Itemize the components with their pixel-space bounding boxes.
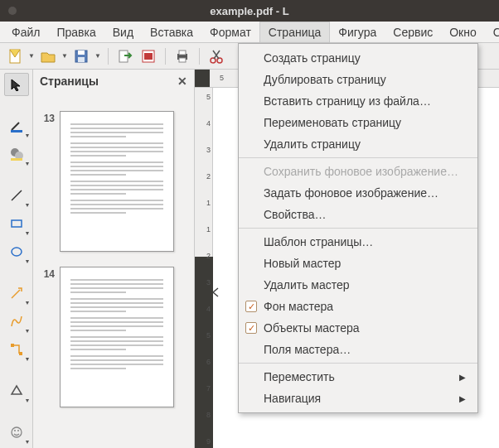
ruler-tick: 2 bbox=[206, 252, 211, 260]
menu-сервис[interactable]: Сервис bbox=[385, 22, 441, 42]
ruler-tick: 3 bbox=[206, 146, 211, 154]
svg-point-18 bbox=[12, 248, 22, 256]
thumb-row[interactable]: 14 bbox=[41, 267, 186, 407]
open-icon[interactable] bbox=[38, 46, 58, 66]
menu-файл[interactable]: Файл bbox=[3, 22, 48, 42]
thumb-number: 13 bbox=[41, 111, 60, 124]
menu-item-label: Переименовать страницу bbox=[264, 116, 401, 129]
menu-item[interactable]: Удалить страницу bbox=[239, 133, 477, 155]
menu-item[interactable]: Удалить мастер bbox=[239, 274, 477, 296]
page-thumbnail[interactable] bbox=[60, 111, 174, 252]
save-icon[interactable] bbox=[71, 46, 91, 66]
menu-item-label: Навигация bbox=[264, 392, 321, 405]
svg-rect-9 bbox=[179, 58, 186, 62]
menu-item[interactable]: Вставить страницу из файла… bbox=[239, 90, 477, 112]
menu-item-label: Фон мастера bbox=[264, 300, 333, 313]
menu-item-label: Удалить мастер bbox=[264, 278, 350, 291]
ruler-tick: 7 bbox=[206, 384, 211, 393]
dropdown-icon[interactable]: ▼ bbox=[28, 52, 35, 60]
ruler-tick: 9 bbox=[206, 437, 211, 446]
ruler-tick: 5 bbox=[206, 331, 211, 340]
close-icon[interactable]: ✕ bbox=[177, 75, 187, 88]
menu-item[interactable]: Дублировать страницу bbox=[239, 69, 477, 90]
menu-separator bbox=[239, 363, 477, 364]
menu-item[interactable]: Навигация▶ bbox=[239, 388, 477, 409]
ruler-tick: 5 bbox=[220, 74, 224, 82]
menu-item[interactable]: ✓Фон мастера bbox=[239, 296, 477, 317]
menu-item-label: Свойства… bbox=[264, 208, 326, 221]
svg-rect-20 bbox=[11, 344, 14, 347]
dropdown-icon[interactable]: ▼ bbox=[94, 52, 101, 60]
connector-tool[interactable]: ▼ bbox=[4, 338, 29, 361]
shapes-tool[interactable]: ▼ bbox=[4, 379, 29, 402]
ruler-tick: 1 bbox=[206, 199, 211, 207]
checkbox-icon: ✓ bbox=[245, 322, 257, 334]
rectangle-tool[interactable]: ▼ bbox=[4, 212, 29, 235]
submenu-arrow-icon: ▶ bbox=[459, 394, 466, 403]
menu-справка[interactable]: Справка bbox=[485, 22, 499, 42]
thumb-number: 14 bbox=[41, 267, 60, 280]
menu-item[interactable]: Новый мастер bbox=[239, 253, 477, 274]
svg-rect-2 bbox=[78, 51, 85, 55]
thumb-row[interactable]: 13 bbox=[41, 111, 186, 252]
menu-вид[interactable]: Вид bbox=[104, 22, 142, 42]
menu-item[interactable]: Задать фоновое изображение… bbox=[239, 182, 477, 204]
collapse-handle-icon[interactable] bbox=[211, 287, 220, 298]
line-tool[interactable]: ▼ bbox=[4, 184, 29, 207]
export-icon[interactable] bbox=[115, 46, 135, 66]
menu-item-label: Объекты мастера bbox=[264, 321, 360, 335]
menu-item-label: Задать фоновое изображение… bbox=[264, 186, 438, 200]
ellipse-tool[interactable]: ▼ bbox=[4, 240, 29, 263]
svg-rect-6 bbox=[144, 53, 153, 60]
svg-point-11 bbox=[217, 58, 222, 63]
menu-вставка[interactable]: Вставка bbox=[142, 22, 201, 42]
menu-item[interactable]: Создать страницу bbox=[239, 47, 477, 69]
menu-страница[interactable]: Страница bbox=[259, 22, 330, 42]
menu-item[interactable]: Переименовать страницу bbox=[239, 112, 477, 133]
menu-item-label: Поля мастера… bbox=[264, 343, 351, 356]
dropdown-icon[interactable]: ▼ bbox=[61, 52, 68, 60]
menu-item[interactable]: Поля мастера… bbox=[239, 339, 477, 360]
menu-item-label: Создать страницу bbox=[264, 51, 361, 65]
menu-фигура[interactable]: Фигура bbox=[330, 22, 385, 42]
menu-item[interactable]: ✓Объекты мастера bbox=[239, 317, 477, 339]
svg-rect-12 bbox=[11, 130, 22, 132]
svg-line-16 bbox=[12, 190, 22, 200]
menu-item-label: Сохранить фоновое изображение… bbox=[264, 165, 458, 178]
menu-правка[interactable]: Правка bbox=[48, 22, 104, 42]
ruler-tick: 1 bbox=[206, 225, 211, 234]
menu-item[interactable]: Шаблон страницы… bbox=[239, 231, 477, 253]
menu-item: Сохранить фоновое изображение… bbox=[239, 161, 477, 182]
ruler-tick: 3 bbox=[206, 278, 211, 287]
window-close-dot[interactable] bbox=[8, 7, 17, 15]
svg-point-22 bbox=[12, 427, 22, 437]
separator bbox=[199, 48, 200, 65]
menu-item[interactable]: Переместить▶ bbox=[239, 366, 477, 388]
checkbox-icon: ✓ bbox=[245, 301, 257, 312]
page-menu-dropdown: Создать страницуДублировать страницуВста… bbox=[238, 43, 478, 413]
ruler-tick: 8 bbox=[206, 411, 211, 419]
curve-tool[interactable]: ▼ bbox=[4, 310, 29, 333]
svg-rect-17 bbox=[12, 220, 22, 227]
fill-color-tool[interactable]: ▼ bbox=[4, 142, 29, 166]
menu-item-label: Дублировать страницу bbox=[264, 73, 386, 86]
separator bbox=[108, 48, 109, 65]
menu-item-label: Новый мастер bbox=[264, 257, 341, 270]
menu-окно[interactable]: Окно bbox=[441, 22, 485, 42]
selection-tool[interactable] bbox=[4, 73, 29, 96]
new-doc-icon[interactable] bbox=[5, 46, 25, 66]
page-thumbnail[interactable] bbox=[60, 267, 174, 407]
menubar: ФайлПравкаВидВставкаФорматСтраницаФигура… bbox=[0, 22, 499, 43]
pdf-export-icon[interactable] bbox=[138, 46, 158, 66]
print-icon[interactable] bbox=[172, 46, 192, 66]
menu-item[interactable]: Свойства… bbox=[239, 204, 477, 225]
line-color-tool[interactable]: ▼ bbox=[4, 114, 29, 137]
menu-separator bbox=[239, 228, 477, 229]
menu-формат[interactable]: Формат bbox=[201, 22, 259, 42]
emoji-tool[interactable]: ▼ bbox=[4, 421, 29, 444]
svg-rect-15 bbox=[11, 158, 22, 161]
cut-icon[interactable] bbox=[206, 46, 226, 66]
menu-separator bbox=[239, 157, 477, 158]
arrow-tool[interactable]: ▼ bbox=[4, 282, 29, 305]
ruler-tick: 2 bbox=[206, 172, 211, 181]
